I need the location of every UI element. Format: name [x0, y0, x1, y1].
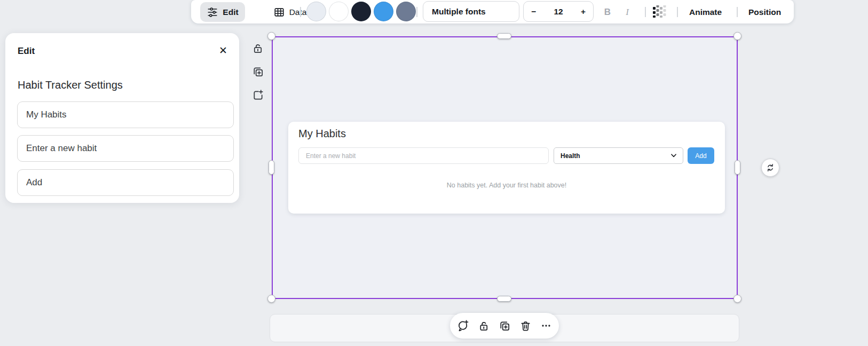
top-toolbar: Edit Data Multiple fonts − 12 + B I — [191, 0, 794, 23]
selection-handle-bottom-right[interactable] — [733, 295, 741, 303]
close-button[interactable]: ✕ — [215, 42, 232, 59]
transparency-icon — [652, 5, 667, 18]
widget-title-field-value: My Habits — [26, 109, 67, 120]
selection-handle-left[interactable] — [269, 160, 274, 175]
add-habit-button[interactable]: Add — [688, 147, 714, 164]
new-habit-field[interactable]: Enter a new habit — [17, 135, 234, 162]
selection-handle-bottom-left[interactable] — [267, 295, 275, 303]
more-options-button[interactable] — [540, 319, 553, 332]
data-tab-label: Data — [289, 7, 307, 17]
font-family-selector[interactable]: Multiple fonts — [423, 1, 519, 22]
selection-handle-top-right[interactable] — [733, 32, 741, 40]
divider — [416, 7, 417, 17]
new-habit-input[interactable] — [298, 147, 549, 164]
color-swatches — [306, 2, 416, 21]
widget-title: My Habits — [298, 128, 346, 140]
more-options-icon — [540, 320, 552, 332]
animate-label: Animate — [689, 7, 722, 17]
rotate-handle[interactable] — [761, 159, 779, 177]
category-select[interactable]: Health — [554, 147, 683, 164]
table-icon — [273, 6, 285, 18]
duplicate-button[interactable] — [251, 65, 264, 78]
context-toolbar — [450, 313, 559, 339]
font-size-decrease-button[interactable]: − — [531, 7, 536, 17]
panel-heading: Habit Tracker Settings — [18, 79, 123, 91]
empty-state-message: No habits yet. Add your first habit abov… — [288, 182, 725, 189]
edit-tab-label: Edit — [223, 7, 238, 17]
color-swatch-2[interactable] — [329, 2, 349, 21]
trash-icon — [519, 320, 532, 332]
font-size-stepper: − 12 + — [523, 1, 594, 22]
add-comment-button[interactable] — [456, 319, 469, 332]
divider — [737, 7, 738, 17]
new-habit-field-value: Enter a new habit — [26, 143, 97, 154]
bold-button[interactable]: B — [598, 2, 617, 22]
rotate-icon — [766, 163, 775, 172]
add-field-label: Add — [26, 177, 42, 188]
font-family-value: Multiple fonts — [432, 7, 486, 17]
duplicate-icon — [252, 66, 264, 78]
color-swatch-1[interactable] — [306, 2, 326, 21]
divider — [645, 7, 646, 17]
position-label: Position — [748, 7, 781, 17]
unlock-icon — [252, 42, 264, 54]
edit-panel: Edit ✕ Habit Tracker Settings My Habits … — [5, 33, 239, 203]
duplicate-icon — [499, 320, 511, 332]
lock-button-context[interactable] — [477, 319, 490, 332]
comment-add-icon — [456, 319, 469, 332]
selection-handle-right[interactable] — [735, 160, 740, 175]
selection-handle-top-left[interactable] — [267, 32, 275, 40]
unlock-icon — [478, 320, 490, 332]
font-size-value[interactable]: 12 — [554, 7, 563, 17]
duplicate-button-context[interactable] — [498, 319, 511, 332]
divider — [300, 7, 301, 17]
italic-button[interactable]: I — [618, 2, 637, 22]
animate-button[interactable]: Animate — [685, 2, 726, 22]
add-field[interactable]: Add — [17, 169, 234, 196]
chevron-down-icon — [671, 154, 676, 158]
panel-title: Edit — [18, 46, 35, 57]
close-icon: ✕ — [219, 44, 227, 57]
add-page-button[interactable] — [251, 89, 264, 101]
font-size-increase-button[interactable]: + — [581, 7, 586, 17]
add-icon — [252, 89, 264, 101]
transparency-button[interactable] — [651, 4, 668, 19]
element-action-rail — [251, 42, 264, 101]
position-button[interactable]: Position — [744, 2, 785, 22]
category-select-value: Health — [561, 152, 580, 160]
color-swatch-5[interactable] — [396, 2, 416, 21]
divider — [677, 7, 678, 17]
editor-root: Edit Data Multiple fonts − 12 + B I — [0, 0, 868, 346]
widget-title-field[interactable]: My Habits — [17, 101, 234, 128]
color-swatch-3[interactable] — [351, 2, 371, 21]
lock-button[interactable] — [251, 42, 264, 54]
selection-handle-top[interactable] — [497, 33, 511, 39]
delete-button[interactable] — [519, 319, 532, 332]
edit-tab[interactable]: Edit — [200, 2, 245, 22]
sliders-icon — [207, 6, 218, 18]
color-swatch-4[interactable] — [374, 2, 393, 21]
habit-tracker-widget: My Habits Health Add No habits yet. Add … — [288, 122, 725, 214]
selection-handle-bottom[interactable] — [497, 296, 511, 302]
